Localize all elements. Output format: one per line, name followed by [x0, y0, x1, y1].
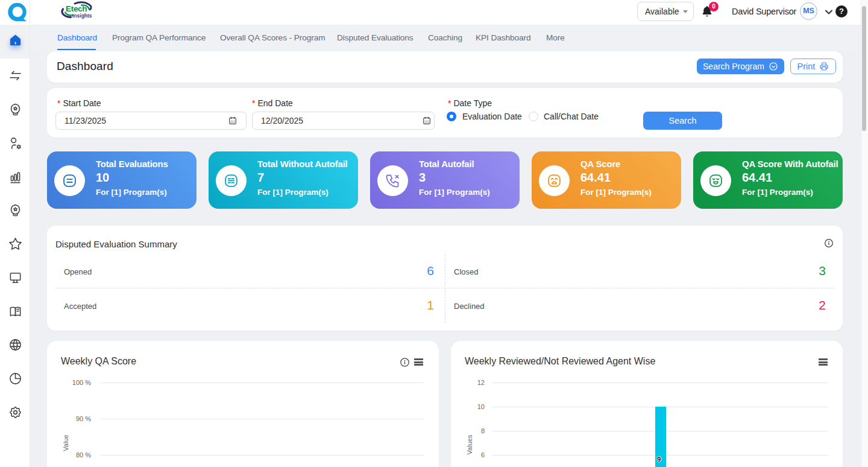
svg-text:Insights: Insights	[72, 13, 92, 19]
